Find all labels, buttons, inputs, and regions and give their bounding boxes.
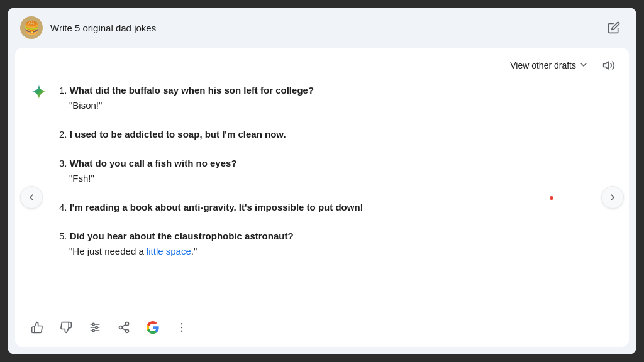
header: 🍔 Write 5 original dad jokes [8,8,636,48]
share-button[interactable] [114,318,133,337]
svg-point-14 [181,331,183,332]
more-options-button[interactable] [172,318,191,337]
red-dot [550,196,553,200]
list-item: 2. I used to be addicted to soap, but I'… [59,127,591,142]
content-area: View other drafts [15,48,629,347]
svg-point-4 [92,323,94,325]
view-drafts-label: View other drafts [510,60,576,70]
list-item: 5. Did you hear about the claustrophobic… [59,229,591,259]
thumbs-up-button[interactable] [28,318,47,337]
view-drafts-button[interactable]: View other drafts [505,57,594,74]
avatar: 🍔 [20,16,43,39]
list-item: 4. I'm reading a book about anti-gravity… [59,200,591,215]
footer-actions [15,312,629,347]
edit-icon[interactable] [604,18,624,38]
svg-point-13 [181,327,183,329]
nav-arrow-right[interactable] [601,186,624,209]
speaker-button[interactable] [599,55,619,75]
svg-marker-0 [604,62,609,69]
svg-point-5 [96,326,97,328]
svg-point-6 [92,329,94,331]
list-item: 1. What did the buffalo say when his son… [59,83,591,113]
adjust-button[interactable] [86,318,104,337]
thumbs-down-button[interactable] [57,318,75,337]
header-title: Write 5 original dad jokes [50,23,596,33]
chevron-down-icon [579,60,589,72]
response-content: 1. What did the buffalo say when his son… [15,80,629,312]
svg-line-10 [122,328,126,330]
joke-list: 1. What did the buffalo say when his son… [59,83,591,259]
svg-point-12 [181,323,183,325]
content-topbar: View other drafts [15,48,629,80]
nav-arrow-left[interactable] [20,186,43,209]
google-search-button[interactable] [143,318,162,337]
main-window: 🍔 Write 5 original dad jokes View ot [8,8,636,354]
list-item: 3. What do you call a fish with no eyes?… [59,156,591,186]
svg-line-11 [122,324,126,326]
gemini-icon [30,83,48,103]
